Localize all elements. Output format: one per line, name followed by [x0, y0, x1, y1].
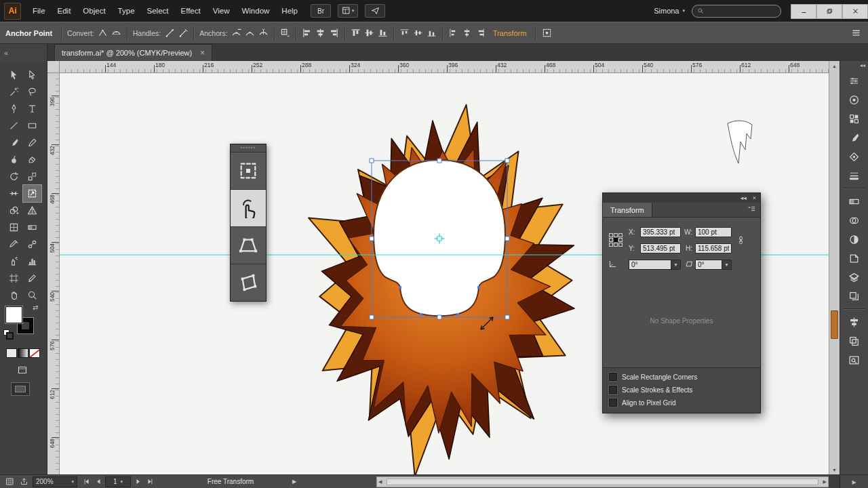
distribute-left-icon[interactable] — [447, 26, 460, 40]
tool-slice[interactable] — [23, 270, 41, 287]
transform-link[interactable]: Transform — [493, 29, 527, 37]
menu-object[interactable]: Object — [77, 0, 111, 22]
vertical-ruler[interactable]: 396432468504540576612648 — [47, 73, 60, 474]
menu-help[interactable]: Help — [275, 0, 304, 22]
menu-type[interactable]: Type — [112, 0, 141, 22]
gradient-mode-button[interactable] — [18, 348, 28, 358]
tool-free-transform[interactable] — [23, 185, 41, 202]
fill-swatch[interactable] — [5, 306, 22, 323]
menu-effect[interactable]: Effect — [175, 0, 207, 22]
selection-handle[interactable] — [505, 237, 509, 241]
tool-line-segment[interactable] — [5, 117, 23, 134]
dock-align-icon[interactable] — [840, 312, 868, 331]
tool-scale[interactable] — [23, 168, 41, 185]
scroll-left-icon[interactable]: ◀ — [378, 479, 382, 485]
free-transform-widget[interactable]: ▪▪▪▪▪▪ — [230, 144, 267, 302]
swap-colors-icon[interactable]: ⇄ — [33, 304, 38, 311]
menu-edit[interactable]: Edit — [52, 0, 77, 22]
reference-point[interactable] — [618, 238, 623, 242]
dock-expand-icon[interactable]: ◂◂ — [840, 61, 868, 71]
default-colors-icon[interactable] — [3, 329, 12, 338]
scroll-down-icon[interactable]: ▼ — [829, 465, 840, 474]
widget-constrain-button[interactable] — [231, 152, 266, 189]
panel-close-icon[interactable]: × — [753, 195, 756, 201]
canvas[interactable]: ▪▪▪▪▪▪ ◂◂ × Transform X: W: — [60, 73, 829, 474]
dock-graphic-styles-icon[interactable] — [840, 249, 868, 268]
dock-color-icon[interactable] — [840, 71, 868, 90]
dock-artboards-icon[interactable] — [840, 287, 868, 306]
align-bottom-icon[interactable] — [376, 26, 390, 40]
align-v-middle-icon[interactable] — [363, 26, 376, 40]
transform-panel[interactable]: ◂◂ × Transform X: W: Y: H: — [602, 192, 761, 413]
x-input[interactable] — [640, 227, 681, 237]
handles-show-icon[interactable] — [163, 26, 176, 40]
first-artboard-icon[interactable] — [81, 478, 92, 485]
none-mode-button[interactable] — [29, 348, 40, 358]
align-h-center-icon[interactable] — [314, 26, 328, 40]
anchor-point[interactable] — [420, 313, 422, 316]
workspace-switcher[interactable]: ▾ — [338, 4, 358, 18]
checkbox-scale-rectangle-corners[interactable]: Scale Rectangle Corners — [609, 373, 754, 381]
reference-point[interactable] — [614, 243, 618, 247]
menu-view[interactable]: View — [207, 0, 236, 22]
selection-handle[interactable] — [505, 159, 509, 163]
dock-stroke-icon[interactable] — [840, 166, 868, 185]
tool-rectangle[interactable] — [23, 117, 41, 134]
menu-file[interactable]: File — [26, 0, 52, 22]
tool-type[interactable] — [23, 100, 41, 117]
tool-pencil[interactable] — [23, 134, 41, 151]
selection-handle[interactable] — [370, 159, 374, 163]
align-left-icon[interactable] — [300, 26, 314, 40]
transform-panel-tab[interactable]: Transform — [603, 203, 652, 217]
tool-blob-brush[interactable] — [5, 151, 23, 168]
last-artboard-icon[interactable] — [144, 478, 155, 485]
anchor-point[interactable] — [399, 286, 401, 289]
chevron-down-icon[interactable]: ▼ — [671, 260, 681, 270]
constrain-proportions-icon[interactable] — [733, 236, 748, 245]
selection-handle[interactable] — [370, 315, 374, 319]
tool-symbol-sprayer[interactable] — [5, 253, 23, 270]
ruler-corner[interactable] — [47, 61, 60, 73]
dock-pathfinder-icon[interactable] — [840, 331, 868, 350]
dock-color-guide-icon[interactable] — [840, 90, 868, 109]
draw-mode-icon[interactable] — [11, 382, 30, 396]
tool-artboard[interactable] — [5, 270, 23, 287]
distribute-top-icon[interactable] — [398, 26, 412, 40]
anchor-point[interactable] — [477, 286, 480, 289]
horizontal-ruler[interactable]: 1441802162522883243603964324685045405766… — [60, 61, 829, 73]
search-field[interactable] — [692, 5, 781, 18]
tool-selection[interactable] — [5, 66, 23, 83]
dock-transparency-icon[interactable] — [840, 211, 868, 230]
distribute-bottom-icon[interactable] — [425, 26, 439, 40]
anchor-connect-icon[interactable] — [243, 26, 257, 40]
artboard-number-select[interactable]: 1 ▾ — [105, 476, 131, 487]
share-button[interactable] — [365, 4, 385, 18]
status-flyout-icon[interactable]: ▶ — [292, 479, 296, 485]
reference-point[interactable] — [614, 238, 618, 242]
distribute-h-center-icon[interactable] — [460, 26, 474, 40]
search-input[interactable] — [707, 7, 776, 16]
dock-symbols-icon[interactable] — [840, 147, 868, 166]
scroll-up-icon[interactable]: ▲ — [829, 61, 840, 70]
tool-column-graph[interactable] — [23, 253, 41, 270]
vertical-scroll-thumb[interactable] — [831, 310, 838, 339]
tool-pen[interactable] — [5, 100, 23, 117]
tool-gradient[interactable] — [23, 219, 41, 236]
dock-bottom-strip[interactable]: ▶ — [840, 475, 868, 488]
color-mode-button[interactable] — [6, 348, 17, 358]
checkbox-scale-strokes-effects[interactable]: Scale Strokes & Effects — [609, 386, 754, 394]
handles-hide-icon[interactable] — [176, 26, 190, 40]
horizontal-scrollbar[interactable]: ◀ ▶ — [376, 476, 829, 487]
tool-width[interactable] — [5, 185, 23, 202]
widget-grip[interactable]: ▪▪▪▪▪▪ — [231, 144, 266, 152]
dock-brushes-icon[interactable] — [840, 128, 868, 147]
distribute-right-icon[interactable] — [474, 26, 488, 40]
checkbox[interactable] — [609, 399, 617, 407]
horizontal-scroll-thumb[interactable] — [387, 479, 818, 485]
reference-point[interactable] — [609, 243, 613, 247]
selection-handle[interactable] — [505, 315, 509, 319]
vertical-scrollbar[interactable]: ▲ ▼ — [829, 61, 840, 474]
dock-layers-icon[interactable] — [840, 268, 868, 287]
tab-close-icon[interactable]: × — [200, 48, 205, 58]
tool-magic-wand[interactable] — [5, 83, 23, 100]
